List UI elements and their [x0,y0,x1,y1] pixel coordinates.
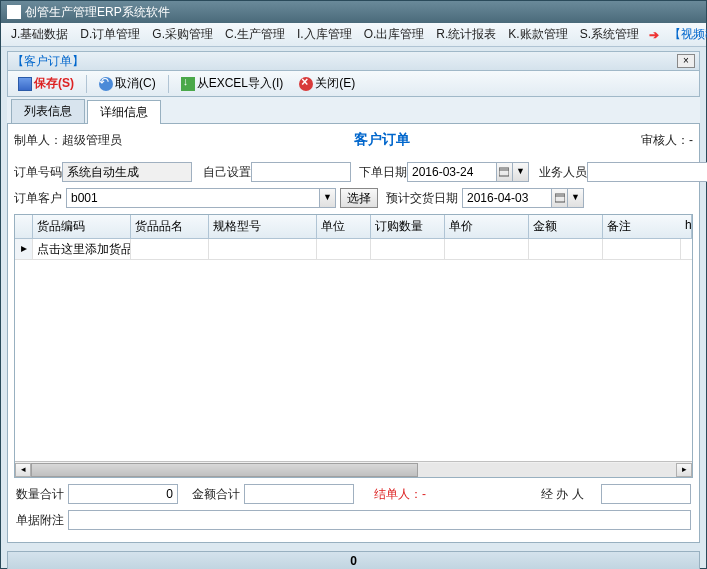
customer-field[interactable] [66,188,320,208]
grid-cell[interactable] [317,239,371,259]
cancel-button[interactable]: 取消(C) [95,73,160,94]
amt-total-label: 金额合计 [192,486,244,503]
menu-video-tutorial[interactable]: 【视频教程，先看 [663,24,707,45]
maker-label: 制单人： [14,132,62,149]
attach-field[interactable] [68,510,691,530]
form-title: 客户订单 [122,131,641,149]
menu-order-mgmt[interactable]: D.订单管理 [74,24,146,45]
line-items-grid: 货品编码 货品品名 规格型号 单位 订购数量 单价 金额 备注 hpz1 ▸ 点… [14,214,693,478]
grid-hscrollbar[interactable]: ◂ ▸ [15,461,692,477]
tab-list-info[interactable]: 列表信息 [11,99,85,123]
delivery-date-field[interactable] [462,188,552,208]
status-value: 0 [350,554,357,568]
menu-reports[interactable]: R.统计报表 [430,24,502,45]
customer-dropdown[interactable]: ▼ [320,188,336,208]
subwindow-close-button[interactable]: × [677,54,695,68]
amt-total-field [244,484,354,504]
grid-cell[interactable] [445,239,529,259]
save-icon [18,77,32,91]
calendar-icon [555,193,565,203]
col-amount[interactable]: 金额 [529,215,603,238]
app-window: 创管生产管理ERP系统软件 J.基础数据 D.订单管理 G.采购管理 C.生产管… [0,0,707,569]
col-row-handle[interactable] [15,215,33,238]
add-item-placeholder[interactable]: 点击这里添加货品 [33,239,131,259]
menu-purchase-mgmt[interactable]: G.采购管理 [146,24,219,45]
delivery-date-label: 预计交货日期 [386,190,462,207]
svg-rect-2 [555,194,565,202]
grid-cell[interactable] [209,239,317,259]
import-label: 从EXCEL导入(I) [197,75,284,92]
toolbar-separator [168,75,169,93]
col-spec[interactable]: 规格型号 [209,215,317,238]
self-set-field[interactable] [251,162,351,182]
window-titlebar[interactable]: 创管生产管理ERP系统软件 [1,1,706,23]
menu-inbound-mgmt[interactable]: I.入库管理 [291,24,358,45]
self-set-label: 自己设置 [203,164,251,181]
col-hpz1[interactable]: hpz1 [681,215,692,238]
menu-system[interactable]: S.系统管理 [574,24,645,45]
col-product-name[interactable]: 货品品名 [131,215,209,238]
scroll-right-button[interactable]: ▸ [676,463,692,477]
select-customer-button[interactable]: 选择 [340,188,378,208]
scroll-track[interactable] [31,463,676,477]
row-handle: ▸ [15,239,33,259]
scroll-thumb[interactable] [31,463,418,477]
tab-detail-info[interactable]: 详细信息 [87,100,161,124]
menu-production-mgmt[interactable]: C.生产管理 [219,24,291,45]
menu-base-data[interactable]: J.基础数据 [5,24,74,45]
col-product-code[interactable]: 货品编码 [33,215,131,238]
customer-label: 订单客户 [14,190,66,207]
menu-outbound-mgmt[interactable]: O.出库管理 [358,24,431,45]
save-label: 保存(S) [34,75,74,92]
save-button[interactable]: 保存(S) [14,73,78,94]
col-remark[interactable]: 备注 [603,215,681,238]
cancel-label: 取消(C) [115,75,156,92]
scroll-left-button[interactable]: ◂ [15,463,31,477]
maker-value: 超级管理员 [62,132,122,149]
app-icon [7,5,21,19]
grid-cell[interactable] [131,239,209,259]
sales-field[interactable] [587,162,707,182]
col-qty[interactable]: 订购数量 [371,215,445,238]
form-area: 制单人： 超级管理员 客户订单 审核人： - 订单号码 自己设置 下单日期 [7,124,700,543]
add-item-row[interactable]: ▸ 点击这里添加货品 [15,239,692,260]
handler-field[interactable] [601,484,691,504]
order-date-label: 下单日期 [359,164,407,181]
order-date-field[interactable] [407,162,497,182]
import-excel-button[interactable]: 从EXCEL导入(I) [177,73,288,94]
qty-total-field [68,484,178,504]
close-button[interactable]: 关闭(E) [295,73,359,94]
order-no-field [62,162,192,182]
undo-icon [99,77,113,91]
attach-label: 单据附注 [16,512,68,529]
calendar-icon [499,167,509,177]
grid-cell[interactable] [529,239,603,259]
settler-value: - [422,487,426,501]
toolbar: 保存(S) 取消(C) 从EXCEL导入(I) 关闭(E) [7,71,700,97]
col-unit[interactable]: 单位 [317,215,371,238]
delivery-date-picker[interactable] [552,188,568,208]
auditor-value: - [689,133,693,147]
grid-header: 货品编码 货品品名 规格型号 单位 订购数量 单价 金额 备注 hpz1 [15,215,692,239]
toolbar-separator [86,75,87,93]
statusbar: 0 [7,551,700,569]
auditor-label: 审核人： [641,132,689,149]
order-date-picker[interactable] [497,162,513,182]
tabs: 列表信息 详细信息 [7,97,700,124]
grid-cell[interactable] [603,239,681,259]
import-icon [181,77,195,91]
settler-label: 结单人： [374,486,422,503]
grid-body[interactable]: ▸ 点击这里添加货品 [15,239,692,461]
arrow-icon: ➔ [649,28,659,42]
qty-total-label: 数量合计 [16,486,68,503]
order-date-dropdown[interactable]: ▼ [513,162,529,182]
menubar: J.基础数据 D.订单管理 G.采购管理 C.生产管理 I.入库管理 O.出库管… [1,23,706,47]
grid-cell[interactable] [371,239,445,259]
col-price[interactable]: 单价 [445,215,529,238]
close-label: 关闭(E) [315,75,355,92]
window-title: 创管生产管理ERP系统软件 [25,4,170,21]
menu-accounts[interactable]: K.账款管理 [502,24,573,45]
delivery-date-dropdown[interactable]: ▼ [568,188,584,208]
handler-label: 经 办 人 [541,486,601,503]
subwindow-titlebar: 【客户订单】 × [7,51,700,71]
